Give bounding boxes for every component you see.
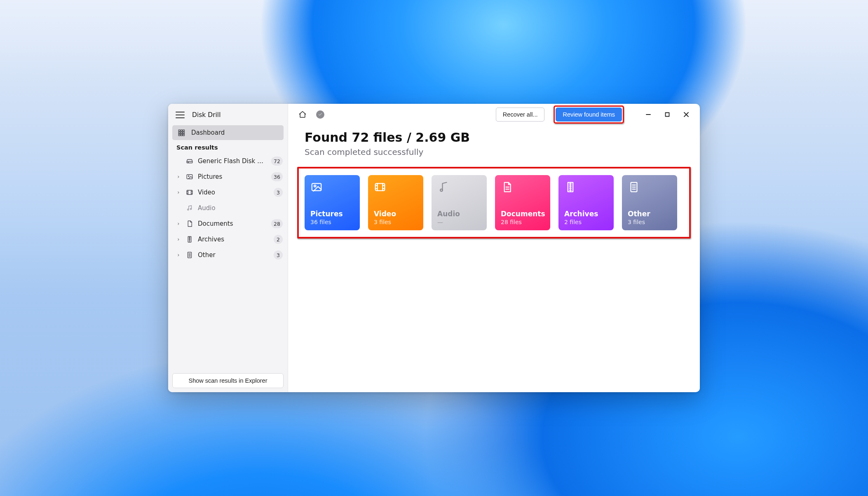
svg-rect-7 — [181, 134, 183, 136]
tree-item-count: 3 — [274, 188, 283, 197]
tree-item-documents[interactable]: › Documents 28 — [168, 216, 288, 232]
document-icon — [501, 181, 544, 196]
file-icon — [185, 251, 194, 259]
tree-item-count: 2 — [274, 235, 283, 244]
svg-rect-8 — [183, 134, 185, 136]
audio-icon — [437, 181, 481, 196]
drive-icon — [185, 157, 194, 165]
svg-point-11 — [188, 175, 189, 176]
tree-item-archives[interactable]: › Archives 2 — [168, 232, 288, 247]
tree-item-label: Archives — [198, 236, 270, 243]
category-card-title: Archives — [564, 210, 608, 218]
svg-rect-1 — [181, 130, 183, 131]
app-title: Disk Drill — [192, 111, 221, 119]
chevron-right-icon[interactable]: › — [176, 221, 181, 227]
picture-icon — [310, 181, 354, 196]
svg-point-20 — [440, 189, 443, 192]
category-card-sub: 28 files — [501, 219, 544, 225]
svg-point-13 — [188, 209, 189, 210]
close-button[interactable] — [677, 105, 696, 124]
maximize-button[interactable] — [658, 105, 677, 124]
results-headline: Found 72 files / 2.69 GB — [305, 130, 683, 145]
svg-rect-17 — [312, 183, 321, 191]
sidebar-device-label: Generic Flash Disk USB D... — [198, 157, 267, 165]
file-icon — [628, 181, 671, 196]
hamburger-icon[interactable] — [176, 112, 185, 118]
category-card-sub: 3 files — [374, 219, 418, 225]
recover-all-button[interactable]: Recover all... — [496, 108, 545, 122]
sidebar: Disk Drill Dashboard Scan results ▸ Gene… — [168, 104, 288, 392]
tree-item-label: Pictures — [198, 173, 267, 180]
category-card-documents[interactable]: Documents 28 files — [495, 175, 550, 230]
tree-item-label: Video — [198, 189, 270, 196]
chevron-right-icon[interactable]: › — [176, 236, 181, 242]
category-card-title: Other — [628, 210, 671, 218]
category-card-title: Pictures — [310, 210, 354, 218]
tree-item-audio[interactable]: › Audio — [168, 200, 288, 216]
main-panel: Recover all... Review found items Found … — [288, 104, 700, 392]
category-card-title: Documents — [501, 210, 544, 218]
category-card-other[interactable]: Other 3 files — [622, 175, 677, 230]
tree-item-count: 36 — [271, 172, 283, 181]
app-window: Disk Drill Dashboard Scan results ▸ Gene… — [168, 104, 700, 392]
svg-rect-2 — [183, 130, 185, 131]
show-in-explorer-button[interactable]: Show scan results in Explorer — [172, 373, 284, 388]
tree-item-label: Audio — [198, 204, 283, 212]
category-card-sub: — — [437, 219, 481, 225]
category-card-sub: 3 files — [628, 219, 671, 225]
review-found-items-button[interactable]: Review found items — [556, 108, 622, 122]
category-card-archives[interactable]: Archives 2 files — [558, 175, 614, 230]
sidebar-device-count: 72 — [271, 157, 283, 166]
status-ok-icon — [316, 110, 324, 119]
svg-rect-10 — [187, 175, 192, 179]
svg-rect-19 — [375, 183, 385, 191]
svg-rect-3 — [178, 132, 180, 134]
grid-icon — [177, 129, 185, 137]
sidebar-device[interactable]: ▸ Generic Flash Disk USB D... 72 — [168, 153, 288, 169]
category-cards-highlight: Pictures 36 files Video 3 files — [297, 167, 691, 239]
content-area: Found 72 files / 2.69 GB Scan completed … — [288, 125, 700, 161]
video-icon — [185, 188, 194, 197]
toolbar: Recover all... Review found items — [288, 104, 700, 125]
svg-rect-0 — [178, 130, 180, 131]
category-card-audio[interactable]: Audio — — [432, 175, 487, 230]
tree-item-label: Documents — [198, 220, 267, 227]
sidebar-header: Disk Drill — [168, 108, 288, 125]
svg-rect-16 — [666, 113, 669, 117]
svg-point-14 — [190, 208, 192, 210]
category-card-title: Video — [374, 210, 418, 218]
tree-item-label: Other — [198, 251, 270, 259]
category-card-video[interactable]: Video 3 files — [368, 175, 423, 230]
svg-rect-5 — [183, 132, 185, 134]
window-controls — [639, 105, 696, 124]
tree-item-other[interactable]: › Other 3 — [168, 247, 288, 263]
video-icon — [374, 181, 418, 196]
category-card-title: Audio — [437, 210, 481, 218]
category-card-pictures[interactable]: Pictures 36 files — [305, 175, 360, 230]
svg-rect-12 — [187, 190, 192, 195]
sidebar-item-dashboard[interactable]: Dashboard — [172, 125, 284, 140]
category-cards: Pictures 36 files Video 3 files — [305, 175, 683, 230]
sidebar-footer: Show scan results in Explorer — [168, 369, 288, 392]
minimize-button[interactable] — [639, 105, 658, 124]
chevron-right-icon[interactable]: › — [176, 174, 181, 180]
chevron-right-icon[interactable]: › — [176, 190, 181, 195]
tree-item-video[interactable]: › Video 3 — [168, 185, 288, 200]
picture-icon — [185, 173, 194, 181]
results-subline: Scan completed successfully — [305, 147, 683, 157]
svg-rect-6 — [178, 134, 180, 136]
svg-rect-4 — [181, 132, 183, 134]
chevron-right-icon[interactable]: › — [176, 252, 181, 258]
svg-point-18 — [314, 185, 316, 187]
archive-icon — [564, 181, 608, 196]
archive-icon — [185, 235, 194, 243]
svg-point-9 — [188, 162, 188, 162]
category-card-sub: 2 files — [564, 219, 608, 225]
category-card-sub: 36 files — [310, 219, 354, 225]
audio-icon — [185, 204, 194, 212]
sidebar-item-label: Dashboard — [191, 129, 225, 136]
tree-item-count: 28 — [271, 219, 283, 228]
tree-item-count: 3 — [274, 250, 283, 260]
home-icon[interactable] — [298, 110, 307, 119]
tree-item-pictures[interactable]: › Pictures 36 — [168, 169, 288, 185]
